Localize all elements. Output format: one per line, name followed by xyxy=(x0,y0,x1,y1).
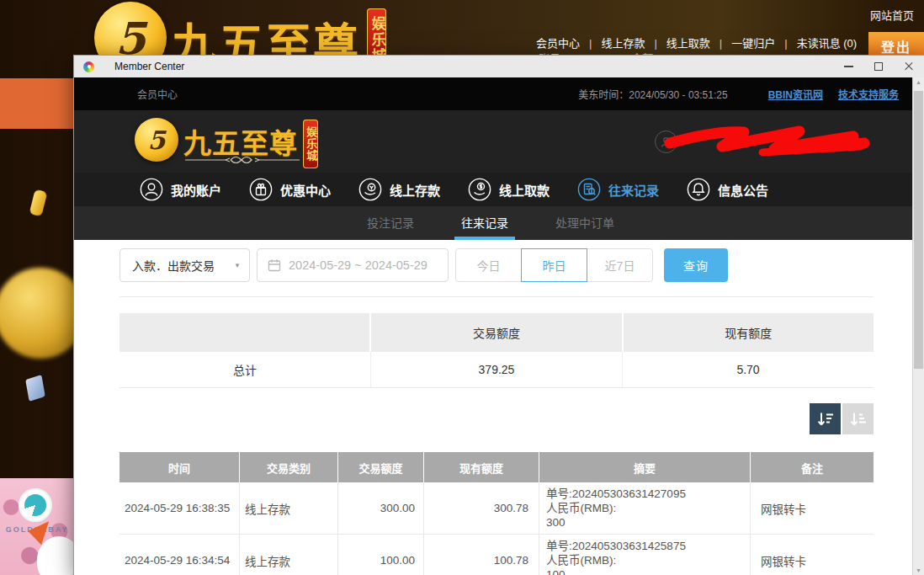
summary-table: 交易额度 现有额度 总计 379.25 5.70 xyxy=(119,313,874,388)
table-row: 2024-05-29 16:38:35 线上存款 300.00 300.78 单… xyxy=(119,482,874,535)
sort-descending-button[interactable] xyxy=(810,403,841,434)
tab-transaction-records[interactable]: 往来记录 xyxy=(438,206,532,240)
col-balance: 现有额度 xyxy=(423,452,539,482)
redaction-scribble xyxy=(663,120,874,162)
link-one-key[interactable]: 一键归户 xyxy=(710,35,775,51)
summary-header-amount: 交易额度 xyxy=(369,313,621,352)
cell-balance: 300.78 xyxy=(423,482,539,534)
blue-gem xyxy=(25,375,45,402)
cell-type: 线上存款 xyxy=(239,482,337,534)
window-titlebar[interactable]: Member Center xyxy=(74,56,924,77)
tech-support-link[interactable]: 技术支持服务 xyxy=(838,87,899,101)
cell-summary: 单号:202405303631427095 人民币(RMB): 300 xyxy=(539,482,750,534)
scroll-up-icon[interactable]: ▲ xyxy=(913,79,924,85)
link-unread-messages[interactable]: 未读讯息 (0) xyxy=(775,35,857,51)
summary-total-label: 总计 xyxy=(119,352,370,387)
filter-row: 入款．出款交易 ▼ 2024-05-29 ~ 2024-05-29 今日 昨日 … xyxy=(119,248,874,282)
brand-coin-icon: 5 xyxy=(135,118,178,162)
nav-label: 线上取款 xyxy=(499,181,550,199)
nav-label: 优惠中心 xyxy=(280,181,331,199)
member-center-window: Member Center 会员中心 美东时间：2024/05/30 - 03:… xyxy=(74,56,924,575)
nav-label: 我的账户 xyxy=(171,181,221,199)
last7days-button[interactable]: 近7日 xyxy=(587,248,653,282)
col-time: 时间 xyxy=(119,452,239,482)
summary-header-balance: 现有额度 xyxy=(622,313,874,352)
nav-promotions[interactable]: 优惠中心 xyxy=(249,178,331,201)
section-label: 会员中心 xyxy=(137,87,178,101)
nav-label: 信息公告 xyxy=(718,181,768,199)
nav-online-withdraw[interactable]: 线上取款 xyxy=(468,178,550,201)
summary-total-balance: 5.70 xyxy=(622,352,874,387)
sort-controls xyxy=(119,403,874,434)
summary-total-amount: 379.25 xyxy=(370,352,622,387)
window-topbar: 会员中心 美东时间：2024/05/30 - 03:51:25 BBIN资讯网 … xyxy=(74,77,924,110)
cell-balance: 100.78 xyxy=(423,535,539,575)
order-number: 单号:202405303631427095 xyxy=(546,487,686,501)
user-icon xyxy=(140,178,163,201)
eastern-time-label: 美东时间：2024/05/30 - 03:51:25 xyxy=(578,87,727,101)
minimize-button[interactable] xyxy=(833,56,863,77)
bbin-news-link[interactable]: BBIN资讯网 xyxy=(768,87,823,101)
content-area: 入款．出款交易 ▼ 2024-05-29 ~ 2024-05-29 今日 昨日 … xyxy=(74,240,912,575)
deposit-coin-icon xyxy=(358,178,382,201)
scroll-down-icon[interactable]: ▼ xyxy=(913,567,924,573)
bell-icon xyxy=(687,178,710,201)
gold-coin-large xyxy=(0,268,86,359)
cell-time: 2024-05-29 16:38:35 xyxy=(119,482,239,534)
brand-tag-badge: 娱乐城 xyxy=(303,120,318,168)
close-button[interactable] xyxy=(894,56,924,77)
withdraw-coin-icon xyxy=(468,178,491,201)
gold-coin-small xyxy=(29,189,48,217)
link-member-center[interactable]: 会员中心 xyxy=(536,35,580,51)
date-range-input[interactable]: 2024-05-29 ~ 2024-05-29 xyxy=(257,248,449,282)
sort-ascending-button[interactable] xyxy=(842,403,874,434)
site-home-link[interactable]: 网站首页 xyxy=(870,7,914,23)
order-number: 单号:202405303631425875 xyxy=(546,539,686,553)
yesterday-button[interactable]: 昨日 xyxy=(521,248,587,282)
main-nav: 我的账户 优惠中心 线上存款 xyxy=(74,173,924,206)
col-note: 备注 xyxy=(750,452,874,482)
screen: 5 九五至尊 娱乐城 网站首页 会员中心 线上存款 线上取款 一键归户 未读讯息… xyxy=(0,0,924,575)
table-header-row: 时间 交易类别 交易额度 现有额度 摘要 备注 xyxy=(119,452,874,482)
calendar-icon xyxy=(268,258,281,272)
link-withdraw[interactable]: 线上取款 xyxy=(645,35,709,51)
goldenbay-banner: GOLDENBAY xyxy=(0,478,74,575)
today-button[interactable]: 今日 xyxy=(455,248,522,282)
col-amount: 交易额度 xyxy=(337,452,423,482)
window-header: 5 九五至尊 娱乐城 xyxy=(74,110,924,173)
gift-icon xyxy=(249,178,273,201)
col-type: 交易类别 xyxy=(239,452,337,482)
summary-total-row: 总计 379.25 5.70 xyxy=(119,352,874,387)
scrollbar-thumb[interactable] xyxy=(914,91,923,369)
goldenbay-logo-icon xyxy=(19,488,52,522)
cell-amount: 300.00 xyxy=(337,482,423,534)
summary-header-row: 交易额度 现有额度 xyxy=(119,313,874,352)
nav-online-deposit[interactable]: 线上存款 xyxy=(358,178,440,201)
cell-note: 网银转卡 xyxy=(750,482,874,534)
window-scrollbar[interactable]: ▲ ▼ xyxy=(912,77,924,575)
tab-pending-orders[interactable]: 处理中订单 xyxy=(532,206,638,240)
summary-header-empty xyxy=(119,313,369,352)
nav-label: 线上存款 xyxy=(390,181,440,199)
chevron-down-icon: ▼ xyxy=(234,262,241,269)
cell-summary: 单号:202405303631425875 人民币(RMB): 100 xyxy=(539,535,750,575)
flourish-ornament xyxy=(183,154,301,166)
maximize-button[interactable] xyxy=(863,56,894,77)
nav-my-account[interactable]: 我的账户 xyxy=(140,178,221,201)
search-button[interactable]: 查询 xyxy=(664,248,728,282)
app-icon xyxy=(83,61,94,72)
currency-amount: 300 xyxy=(546,515,686,530)
link-deposit[interactable]: 线上存款 xyxy=(580,35,645,51)
sub-tabs: 投注记录 往来记录 处理中订单 xyxy=(74,206,924,240)
cell-time: 2024-05-29 16:34:54 xyxy=(119,535,239,575)
cell-amount: 100.00 xyxy=(337,535,423,575)
tab-betting-records[interactable]: 投注记录 xyxy=(343,206,438,240)
transaction-type-select[interactable]: 入款．出款交易 ▼ xyxy=(119,248,250,282)
nav-transaction-records[interactable]: 往来记录 xyxy=(577,178,659,201)
window-title: Member Center xyxy=(114,61,184,72)
currency-label: 人民币(RMB): xyxy=(546,553,686,567)
currency-amount: 100 xyxy=(546,567,686,575)
nav-announcements[interactable]: 信息公告 xyxy=(687,178,768,201)
transaction-type-value: 入款．出款交易 xyxy=(132,257,234,274)
currency-label: 人民币(RMB): xyxy=(546,501,686,515)
